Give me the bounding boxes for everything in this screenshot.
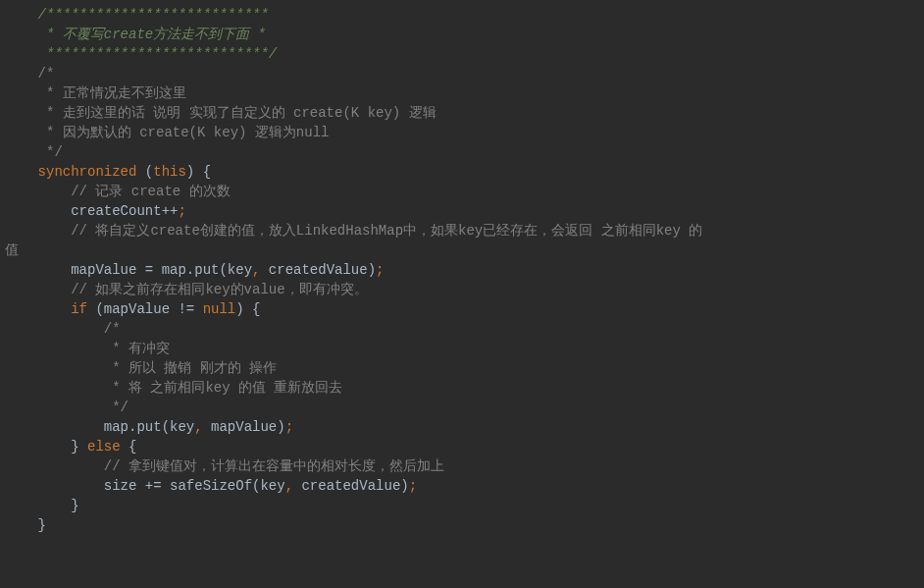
code-line: synchronized (this) { [0, 162, 924, 182]
block-comment: * 正常情况走不到这里 [5, 85, 186, 101]
block-comment: * 因为默认的 create(K key) 逻辑为null [5, 125, 329, 140]
statement: createdValue) [293, 478, 409, 494]
code-line: * 不覆写create方法走不到下面 * [0, 25, 924, 44]
code-line: * 将 之前相同key 的值 重新放回去 [0, 378, 924, 398]
code-line: // 记录 create 的次数 [0, 182, 924, 201]
line-comment: // 拿到键值对，计算出在容量中的相对长度，然后加上 [5, 458, 444, 474]
code-line: * 走到这里的话 说明 实现了自定义的 create(K key) 逻辑 [0, 103, 924, 123]
semicolon: ; [409, 478, 417, 494]
block-comment: */ [5, 400, 128, 415]
block-comment: /* [5, 321, 121, 337]
code-line: /* [0, 64, 924, 83]
semicolon: ; [178, 203, 185, 219]
code-line: } [0, 515, 924, 535]
keyword-synchronized: synchronized [5, 164, 136, 180]
brace: } [5, 498, 79, 513]
block-comment: */ [5, 144, 63, 160]
code-line: } else { [0, 437, 924, 456]
code-line: } [0, 496, 924, 515]
code-line: // 如果之前存在相同key的value，即有冲突。 [0, 280, 924, 299]
code-line: ***************************/ [0, 44, 924, 64]
block-comment: /* [5, 66, 54, 81]
code-line: * 因为默认的 create(K key) 逻辑为null [0, 123, 924, 142]
statement: createCount++ [5, 203, 178, 219]
code-line: 值 [0, 241, 924, 260]
doc-comment: /*************************** [5, 7, 269, 23]
code-line: createCount++; [0, 201, 924, 221]
statement: createdValue) [260, 262, 376, 278]
brace: } [5, 517, 46, 533]
brace: { [121, 439, 137, 454]
block-comment: * 有冲突 [5, 341, 170, 356]
statement: mapValue = map.put(key [5, 262, 252, 278]
line-comment: // 记录 create 的次数 [5, 184, 231, 199]
semicolon: ; [376, 262, 384, 278]
line-comment: // 将自定义create创建的值，放入LinkedHashMap中，如果key… [5, 223, 702, 239]
keyword-this: this [153, 164, 186, 180]
code-line: * 有冲突 [0, 339, 924, 358]
code-line: map.put(key, mapValue); [0, 417, 924, 437]
doc-comment: * 不覆写create方法走不到下面 * [5, 27, 266, 42]
paren: ) { [186, 164, 211, 180]
code-line: /*************************** [0, 5, 924, 25]
code-line: */ [0, 398, 924, 417]
code-line: * 所以 撤销 刚才的 操作 [0, 358, 924, 378]
line-comment: 值 [5, 242, 19, 258]
code-line: */ [0, 142, 924, 162]
code-line: if (mapValue != null) { [0, 299, 924, 319]
statement: mapValue) [203, 419, 285, 435]
keyword-else: else [87, 439, 121, 454]
block-comment: * 走到这里的话 说明 实现了自定义的 create(K key) 逻辑 [5, 105, 436, 121]
keyword-null: null [203, 301, 236, 317]
code-line: /* [0, 319, 924, 339]
code-editor[interactable]: /*************************** * 不覆写create… [0, 0, 924, 535]
brace: } [5, 439, 87, 454]
code-line: mapValue = map.put(key, createdValue); [0, 260, 924, 280]
code-line: // 将自定义create创建的值，放入LinkedHashMap中，如果key… [0, 221, 924, 241]
statement: size += safeSizeOf(key [5, 478, 285, 494]
semicolon: ; [285, 419, 293, 435]
code-line: size += safeSizeOf(key, createdValue); [0, 476, 924, 496]
block-comment: * 将 之前相同key 的值 重新放回去 [5, 380, 342, 396]
doc-comment: ***************************/ [5, 46, 277, 62]
expr: (mapValue != [87, 301, 203, 317]
comma: , [285, 478, 293, 494]
keyword-if: if [5, 301, 87, 317]
statement: map.put(key [5, 419, 194, 435]
code-line: * 正常情况走不到这里 [0, 83, 924, 103]
code-line: // 拿到键值对，计算出在容量中的相对长度，然后加上 [0, 456, 924, 476]
line-comment: // 如果之前存在相同key的value，即有冲突。 [5, 282, 368, 297]
block-comment: * 所以 撤销 刚才的 操作 [5, 360, 277, 376]
comma: , [194, 419, 202, 435]
paren: ( [136, 164, 153, 180]
brace: ) { [235, 301, 260, 317]
